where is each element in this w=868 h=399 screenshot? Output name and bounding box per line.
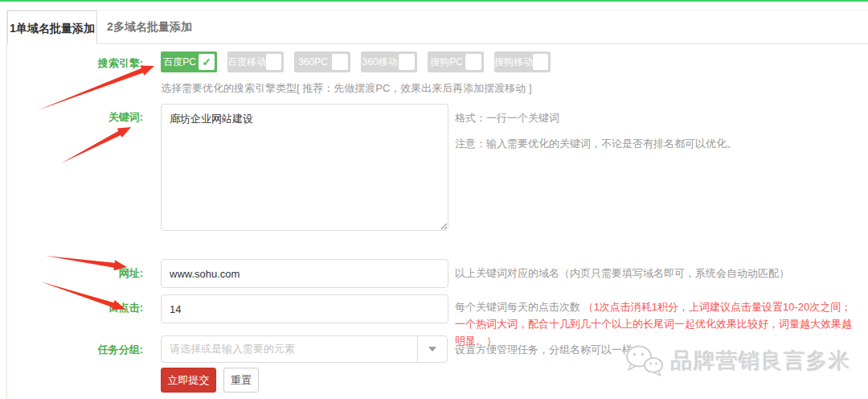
annotation-arrow [61,127,131,163]
search-engine-label: 搜索引擎: [0,56,143,71]
chat-bubbles-logo-icon [623,343,666,379]
keywords-textarea[interactable]: 廊坊企业网站建设 [161,104,448,231]
engine-option-百度PC[interactable]: 百度PC✓ [161,51,217,72]
search-engine-options: 百度PC✓百度移动360PC360移动搜狗PC搜狗移动 [161,51,551,72]
engine-option-360PC[interactable]: 360PC [294,51,350,72]
top-accent-line [0,0,868,2]
engine-option-label: 搜狗移动 [494,56,533,69]
checkbox-icon[interactable] [465,54,481,70]
annotation-arrow [38,66,154,110]
task-group-select[interactable]: 请选择或是输入需要的元素 [161,335,448,363]
task-group-placeholder: 请选择或是输入需要的元素 [162,342,417,356]
engine-option-label: 百度PC [161,56,199,69]
checkbox-icon[interactable] [533,54,548,70]
daily-clicks-hint-gray: 每个关键词每天的点击次数 [455,301,583,313]
tab-bar: 1单域名批量添加 2多域名批量添加 [7,10,868,44]
engine-option-搜狗PC[interactable]: 搜狗PC [428,51,484,72]
search-engine-hint: 选择需要优化的搜索引擎类型[ 推荐：先做摆渡PC，效果出来后再添加摆渡移动 ] [161,81,532,96]
tab-single-domain-batch-add[interactable]: 1单域名批量添加 [7,10,97,44]
keywords-notice-hint: 注意：输入需要优化的关键词，不论是否有排名都可以优化。 [455,137,737,151]
engine-option-百度移动[interactable]: 百度移动 [227,51,284,72]
checkbox-icon[interactable] [399,54,415,70]
keywords-format-hint: 格式：一行一个关键词 [455,111,559,125]
task-group-hint: 设置方便管理任务，分组名称可以一样 [455,343,633,357]
checkbox-icon[interactable] [266,54,281,70]
submit-button[interactable]: 立即提交 [161,368,216,393]
chevron-down-icon[interactable] [417,336,447,362]
page: 1单域名批量添加 2多域名批量添加 搜索引擎: 百度PC✓百度移动360PC36… [0,0,868,399]
checkbox-checked-icon[interactable]: ✓ [199,54,215,70]
engine-option-label: 360PC [294,56,332,68]
engine-option-label: 搜狗PC [428,56,465,69]
daily-clicks-input[interactable] [161,294,448,323]
engine-option-label: 360移动 [361,56,399,69]
url-hint: 以上关键词对应的域名（内页只需要填写域名即可，系统会自动动匹配） [455,266,789,281]
tab-multi-domain-batch-add[interactable]: 2多域名批量添加 [97,10,202,43]
daily-clicks-hint: 每个关键词每天的点击次数 （1次点击消耗1积分，上词建议点击量设置10-20次之… [455,298,857,349]
checkbox-icon[interactable] [332,54,348,70]
daily-clicks-label: 日点击: [0,301,143,315]
watermark-text: 品牌营销良言多米 [671,347,851,376]
engine-option-label: 百度移动 [227,56,266,69]
watermark: 品牌营销良言多米 [623,343,851,379]
task-group-label: 任务分组: [0,343,143,357]
url-label: 网址: [0,266,143,281]
keywords-label: 关键词: [0,110,143,125]
reset-button[interactable]: 重置 [223,368,259,393]
url-input[interactable] [161,259,448,288]
engine-option-搜狗移动[interactable]: 搜狗移动 [494,51,551,72]
engine-option-360移动[interactable]: 360移动 [361,51,417,72]
